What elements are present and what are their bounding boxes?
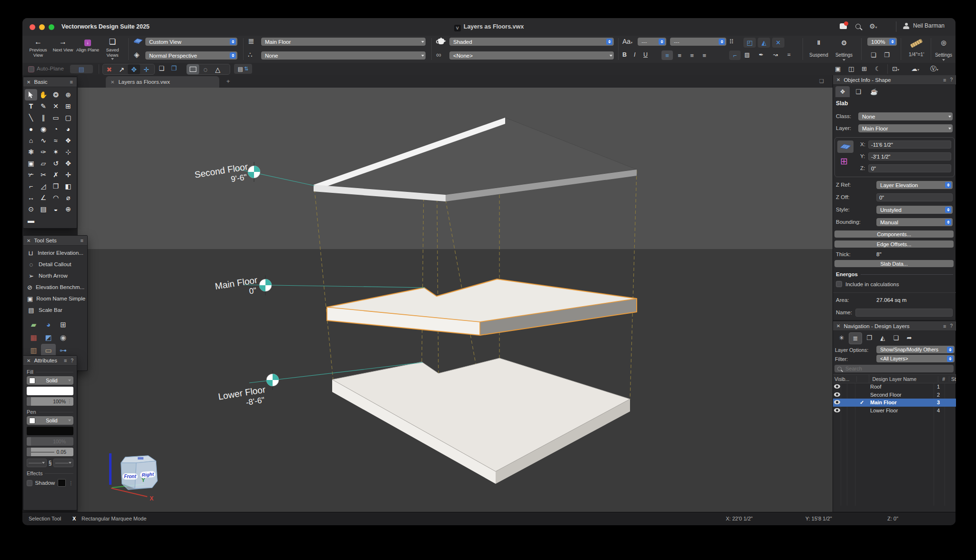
reshape-tool[interactable]: ▱: [37, 158, 50, 169]
include-checkbox[interactable]: [836, 281, 842, 287]
class-dropdown[interactable]: None: [858, 112, 953, 120]
text-tool[interactable]: T: [25, 100, 37, 112]
shadow-color-swatch[interactable]: [58, 479, 66, 487]
active-class-dropdown[interactable]: None: [261, 51, 426, 60]
split-tool[interactable]: ✗: [50, 169, 62, 180]
text-format-button[interactable]: Aa▾: [622, 37, 632, 47]
tab-options-icon[interactable]: ❏: [819, 78, 824, 84]
layer-row-roof[interactable]: Roof 1: [833, 383, 956, 391]
palette-menu-icon[interactable]: ≡: [70, 79, 73, 85]
freehand-tool[interactable]: ≈: [50, 135, 62, 146]
pull-mode-icon[interactable]: ❐: [171, 64, 177, 73]
zref-dropdown[interactable]: Layer Elevation: [876, 181, 953, 189]
attribute-mapping-tool[interactable]: ▬: [25, 215, 37, 226]
visibility-eye-icon[interactable]: [834, 408, 840, 412]
tab-sheet-layers[interactable]: ❐: [863, 332, 875, 343]
font-size-dropdown[interactable]: ---: [638, 38, 666, 46]
second-floor-elevation-marker[interactable]: [248, 166, 260, 178]
close-palette-icon[interactable]: ✕: [836, 77, 840, 82]
section-toolset[interactable]: ◩: [41, 331, 56, 344]
knife-tool[interactable]: ✃: [25, 169, 37, 180]
palette-menu-icon[interactable]: ≡: [64, 358, 67, 363]
document-tab[interactable]: ✕ Layers as Floors.vwx: [106, 76, 219, 88]
pen-weight-dropdown[interactable]: 0.05: [27, 448, 73, 456]
drawing-area[interactable]: ✕ Layers as Floors.vwx + ❏: [78, 75, 833, 512]
options-dots-icon[interactable]: ⋮: [67, 397, 72, 406]
mirror-tool[interactable]: ✥: [62, 158, 74, 169]
spiral-tool[interactable]: ❃: [25, 146, 37, 158]
slab-data-button[interactable]: Slab Data...: [834, 260, 954, 267]
col-number[interactable]: #: [938, 376, 949, 382]
tool-scale-bar[interactable]: ▤Scale Bar: [23, 304, 87, 316]
rectangle-tool[interactable]: ▭: [50, 112, 62, 123]
active-layer-dropdown[interactable]: Main Floor: [261, 38, 426, 46]
selection-tool[interactable]: [25, 89, 37, 100]
render-mode-dropdown[interactable]: Shaded: [449, 38, 614, 46]
vectorworks-graphics-icon[interactable]: Ⓥ▾: [930, 65, 938, 74]
close-palette-icon[interactable]: ✕: [836, 323, 840, 329]
scene-3d-view[interactable]: Second Floor 9'-6" Main Floor 0" Lower F…: [78, 88, 833, 512]
close-palette-icon[interactable]: ✕: [27, 80, 30, 85]
visibility-eye-icon[interactable]: [834, 400, 840, 404]
search-box[interactable]: [834, 365, 954, 372]
tab-data[interactable]: ❑: [851, 86, 865, 97]
trim-tool[interactable]: ✛: [62, 169, 74, 180]
dims-notes-toolset[interactable]: ▭: [41, 344, 56, 357]
user-account[interactable]: Neil Barman: [903, 22, 945, 29]
saved-views-button[interactable]: ❏ Saved Views: [101, 37, 124, 60]
help-icon[interactable]: ?: [950, 323, 953, 329]
protractor-tool[interactable]: ◒: [50, 203, 62, 215]
tool-elevation-benchmark[interactable]: ⊘Elevation Benchm...: [23, 281, 87, 293]
close-palette-icon[interactable]: ✕: [27, 358, 30, 363]
tool-north-arrow[interactable]: ➢North Arrow: [23, 270, 87, 281]
render-style-dropdown[interactable]: <None>: [449, 51, 614, 60]
drag-3d-mode[interactable]: ✥: [128, 64, 140, 74]
auto-plane-checkbox[interactable]: [28, 66, 34, 72]
tool-sets-header[interactable]: ✕ Tool Sets ≡: [23, 236, 87, 246]
next-view-button[interactable]: → Next View: [51, 37, 75, 53]
working-plane-axis-mode[interactable]: ✛: [140, 64, 152, 74]
parallel-icon[interactable]: =: [787, 50, 791, 59]
close-tab-icon[interactable]: ✕: [111, 80, 114, 85]
underline-button[interactable]: U: [643, 50, 648, 59]
components-button[interactable]: Components...: [834, 230, 954, 238]
main-floor-elevation-marker[interactable]: [259, 279, 272, 291]
tool-room-name[interactable]: ▣Room Name Simple: [23, 293, 87, 304]
view-icon[interactable]: [133, 38, 143, 46]
visibility-eye-icon[interactable]: [834, 384, 840, 389]
building-shell-toolset[interactable]: ▦: [26, 331, 41, 344]
compass-tool[interactable]: ⊙: [25, 203, 37, 215]
options-dots-icon[interactable]: ⋮: [69, 480, 73, 486]
fill-color-well[interactable]: [27, 387, 73, 395]
snap-to-object-toggle[interactable]: ◰: [743, 38, 756, 48]
furniture-toolset[interactable]: ▥: [26, 344, 41, 357]
help-icon[interactable]: ?: [71, 358, 73, 363]
fill-opacity-slider[interactable]: 100%⋮: [27, 397, 73, 406]
name-field[interactable]: [855, 309, 953, 317]
layer-row-second-floor[interactable]: Second Floor 2: [833, 391, 956, 399]
viewport-icon[interactable]: ▣: [835, 65, 841, 73]
zoff-field[interactable]: 0": [876, 193, 953, 201]
fillet-tool[interactable]: ⌐: [25, 180, 37, 192]
dimension-tool[interactable]: ↔: [25, 192, 37, 203]
tool-detail-callout[interactable]: ◌Detail Callout: [23, 259, 87, 270]
settings-button[interactable]: ⚙ Settings: [833, 38, 855, 61]
col-visibility[interactable]: Visib...: [833, 376, 857, 382]
gear-menu-icon[interactable]: ⚙▾: [869, 22, 877, 30]
projection-icon[interactable]: ◈: [134, 50, 140, 59]
circle-tool[interactable]: ●: [25, 123, 37, 135]
snap-to-angle-toggle[interactable]: ◭: [758, 38, 770, 48]
select-similar-tool[interactable]: ▣: [25, 158, 37, 169]
fit-to-objects-icon[interactable]: ❏: [871, 51, 876, 60]
view-dropdown[interactable]: Custom View: [145, 38, 237, 46]
previous-view-button[interactable]: ← Previous View: [26, 37, 50, 58]
grid-tool[interactable]: ⊞: [62, 100, 74, 112]
italic-button[interactable]: I: [634, 50, 635, 59]
layer-scale-button[interactable]: 1/4"=1': [904, 38, 929, 57]
ellipse-tool[interactable]: ◉: [37, 123, 50, 135]
palette-menu-icon[interactable]: ≡: [943, 77, 946, 83]
fit-to-page-icon[interactable]: ❐: [884, 51, 890, 60]
visibility-eye-icon[interactable]: [834, 392, 840, 397]
line-tool[interactable]: ╲: [25, 112, 37, 123]
double-line-tool[interactable]: ∥: [37, 112, 50, 123]
